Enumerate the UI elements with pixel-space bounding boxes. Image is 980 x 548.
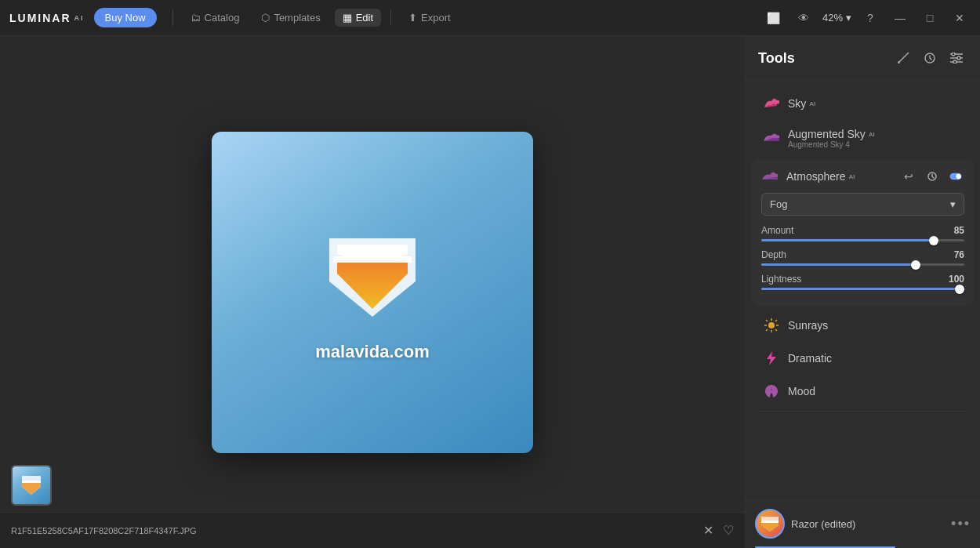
tools-list: Sky AI Augmented Sky AI Augm <box>746 81 980 500</box>
lightness-thumb[interactable] <box>955 285 964 294</box>
tool-mood[interactable]: Mood <box>750 375 975 408</box>
preset-name-label: Razor (edited) <box>791 518 945 530</box>
file-close-icon[interactable]: ✕ <box>703 523 713 538</box>
amount-fill <box>761 239 934 241</box>
nav-export[interactable]: ⬆ Export <box>401 9 459 27</box>
export-icon: ⬆ <box>408 12 417 24</box>
app-ai-badge: AI <box>74 14 85 22</box>
history-icon[interactable] <box>919 47 941 69</box>
dramatic-label: Dramatic <box>788 352 832 365</box>
panel-header: Tools <box>746 36 980 81</box>
panel-title: Tools <box>758 50 795 67</box>
sunrays-icon <box>763 317 780 334</box>
edit-icon: ▦ <box>343 12 352 24</box>
zoom-control[interactable]: 42% ▾ <box>822 12 851 24</box>
sunrays-label: Sunrays <box>788 319 828 332</box>
atmosphere-actions: ↩ <box>900 168 964 185</box>
augmented-sky-sublabel: Augmented Sky 4 <box>788 140 875 149</box>
preview-eye[interactable]: 👁 <box>793 7 815 29</box>
depth-fill <box>761 263 916 266</box>
file-thumbnail <box>11 465 52 506</box>
preset-bar: Razor (edited) ••• <box>746 500 980 546</box>
svg-line-18 <box>766 320 768 321</box>
svg-rect-0 <box>333 256 412 263</box>
mood-label: Mood <box>788 385 815 397</box>
svg-point-22 <box>770 388 773 391</box>
malavida-logo: malavida.com <box>310 223 435 362</box>
chevron-logo-icon <box>310 223 435 332</box>
buy-now-button[interactable]: Buy Now <box>94 8 157 27</box>
close-button[interactable]: ✕ <box>949 7 971 29</box>
depth-slider[interactable] <box>761 263 964 266</box>
lightness-label: Lightness <box>761 274 801 285</box>
catalog-icon: 🗂 <box>191 12 201 24</box>
topbar-right: ⬜ 👁 42% ▾ ? — □ ✕ <box>763 7 971 29</box>
depth-thumb[interactable] <box>911 260 920 270</box>
depth-slider-row: Depth 76 <box>761 249 964 266</box>
atmosphere-reset-icon[interactable]: ↩ <box>900 168 917 185</box>
preset-thumbnail <box>755 509 785 539</box>
svg-point-9 <box>953 60 956 64</box>
templates-icon: ⬡ <box>261 12 270 24</box>
zoom-value: 42% <box>822 12 843 24</box>
lightness-slider-row: Lightness 100 <box>761 274 964 290</box>
lightness-slider[interactable] <box>761 288 964 290</box>
tool-dramatic[interactable]: Dramatic <box>750 342 975 375</box>
tool-augmented-sky[interactable]: Augmented Sky AI Augmented Sky 4 <box>750 120 975 157</box>
svg-rect-1 <box>22 481 41 483</box>
nav-edit[interactable]: ▦ Edit <box>335 9 381 27</box>
nav-separator-2 <box>390 10 391 26</box>
zoom-chevron-icon: ▾ <box>846 12 851 24</box>
app-name: LUMINAR <box>9 12 71 24</box>
file-favorite-icon[interactable]: ♡ <box>723 523 734 538</box>
minimize-button[interactable]: — <box>889 7 911 29</box>
amount-slider[interactable] <box>761 239 964 241</box>
app-logo: LUMINAR AI <box>9 12 85 24</box>
help-button[interactable]: ? <box>859 7 881 29</box>
amount-value: 85 <box>954 225 964 236</box>
brush-icon[interactable] <box>892 47 914 69</box>
sky-icon <box>763 95 780 112</box>
tool-sky[interactable]: Sky AI <box>750 87 975 120</box>
nav-templates[interactable]: ⬡ Templates <box>253 9 328 27</box>
depth-value: 76 <box>954 249 964 260</box>
svg-line-20 <box>775 320 777 321</box>
compare-toggle[interactable]: ⬜ <box>763 7 785 29</box>
amount-thumb[interactable] <box>929 236 938 245</box>
svg-point-2 <box>898 61 900 64</box>
svg-line-21 <box>766 329 768 331</box>
maximize-button[interactable]: □ <box>919 7 941 29</box>
preset-more-button[interactable]: ••• <box>951 516 971 532</box>
atmosphere-toggle-icon[interactable] <box>947 168 964 185</box>
file-bar: R1F51E5258C5AF17F8208C2F718F4347F.JPG ✕ … <box>0 512 745 548</box>
lightness-fill <box>761 288 964 290</box>
watermark-text: malavida.com <box>315 342 430 362</box>
main-area: malavida.com R1F51E5258C5AF17F8208C2F718… <box>0 36 980 548</box>
svg-line-19 <box>775 329 777 331</box>
lightness-value: 100 <box>949 274 964 285</box>
filter-settings-icon[interactable] <box>946 47 967 69</box>
augmented-sky-icon <box>763 130 780 147</box>
atmosphere-icon <box>761 168 779 185</box>
svg-point-13 <box>768 322 775 328</box>
atmosphere-header: Atmosphere AI ↩ <box>761 168 964 185</box>
dropdown-value: Fog <box>770 198 787 210</box>
topbar: LUMINAR AI Buy Now 🗂 Catalog ⬡ Templates… <box>0 0 980 36</box>
svg-point-7 <box>952 53 955 56</box>
file-name-label: R1F51E5258C5AF17F8208C2F718F4347F.JPG <box>11 526 694 535</box>
atmosphere-preset-icon[interactable] <box>924 168 941 185</box>
augmented-sky-label: Augmented Sky AI <box>788 128 875 140</box>
amount-label: Amount <box>761 225 793 236</box>
nav-separator <box>172 10 173 26</box>
svg-point-8 <box>957 56 960 60</box>
atmosphere-type-dropdown[interactable]: Fog ▾ <box>761 193 964 216</box>
thumbnail-logo-icon <box>19 474 44 496</box>
nav-catalog[interactable]: 🗂 Catalog <box>183 9 248 27</box>
divider <box>758 411 967 412</box>
sky-label: Sky AI <box>788 97 815 110</box>
tool-sunrays[interactable]: Sunrays <box>750 309 975 342</box>
atmosphere-label: Atmosphere AI <box>786 170 892 183</box>
mood-icon <box>763 383 780 400</box>
svg-point-12 <box>956 174 961 179</box>
tool-atmosphere-expanded: Atmosphere AI ↩ <box>752 160 974 306</box>
